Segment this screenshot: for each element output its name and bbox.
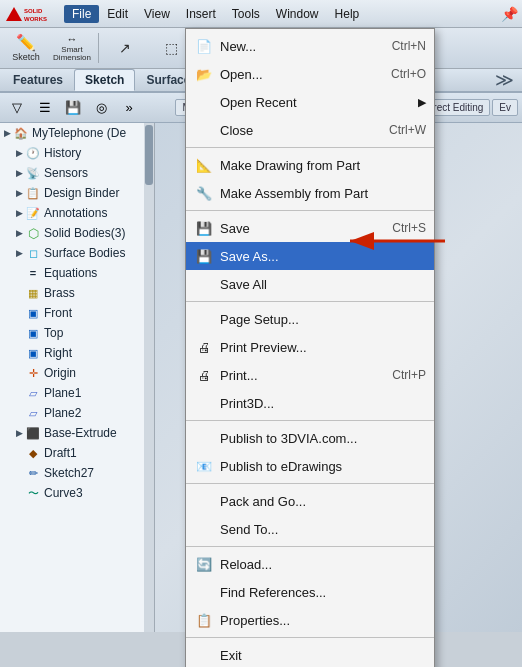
filter-btn[interactable]: ▽ <box>4 96 30 120</box>
front-label: Front <box>44 306 72 320</box>
menu-item-save[interactable]: 💾 Save Ctrl+S <box>186 214 434 242</box>
sketch-label: Sketch <box>12 52 40 62</box>
design-binder-label: Design Binder <box>44 186 119 200</box>
sidebar-item-plane1[interactable]: ▶ ▱ Plane1 <box>0 383 154 403</box>
menu-insert[interactable]: Insert <box>178 5 224 23</box>
properties-label: Properties... <box>220 613 426 628</box>
draft1-label: Draft1 <box>44 446 77 460</box>
menu-file[interactable]: File <box>64 5 99 23</box>
sidebar-item-curve3[interactable]: ▶ 〜 Curve3 <box>0 483 154 503</box>
print3d-icon <box>194 393 214 413</box>
menu-item-properties[interactable]: 📋 Properties... <box>186 606 434 634</box>
sidebar-item-surface-bodies[interactable]: ▶ ◻ Surface Bodies <box>0 243 154 263</box>
menu-item-open[interactable]: 📂 Open... Ctrl+O <box>186 60 434 88</box>
sidebar-scrollbar[interactable] <box>144 123 154 632</box>
menu-bar: SOLID WORKS File Edit View Insert Tools … <box>0 0 522 28</box>
base-extrude-label: Base-Extrude <box>44 426 117 440</box>
menu-edit[interactable]: Edit <box>99 5 136 23</box>
sidebar-item-history[interactable]: ▶ 🕐 History <box>0 143 154 163</box>
sidebar-item-draft1[interactable]: ▶ ◆ Draft1 <box>0 443 154 463</box>
menu-item-print[interactable]: 🖨 Print... Ctrl+P <box>186 361 434 389</box>
target-icon: ◎ <box>96 100 107 115</box>
save-menu-label: Save <box>220 221 384 236</box>
menu-tools[interactable]: Tools <box>224 5 268 23</box>
menu-item-page-setup[interactable]: Page Setup... <box>186 305 434 333</box>
menu-item-publish-3dvia[interactable]: Publish to 3DVIA.com... <box>186 424 434 452</box>
save-btn-small[interactable]: 💾 <box>60 96 86 120</box>
menu-item-save-as[interactable]: 💾 Save As... <box>186 242 434 270</box>
sidebar-item-equations[interactable]: ▶ = Equations <box>0 263 154 283</box>
top-icon: ▣ <box>25 325 41 341</box>
menu-item-publish-edrawings[interactable]: 📧 Publish to eDrawings <box>186 452 434 480</box>
pin-icon[interactable]: 📌 <box>501 6 518 22</box>
equations-icon: = <box>25 265 41 281</box>
tab-sketch[interactable]: Sketch <box>74 69 135 91</box>
open-recent-icon <box>194 92 214 112</box>
new-label: New... <box>220 39 384 54</box>
svg-text:WORKS: WORKS <box>24 16 47 22</box>
sep-4 <box>186 420 434 421</box>
menu-item-open-recent[interactable]: Open Recent ▶ <box>186 88 434 116</box>
file-menu-panel: 📄 New... Ctrl+N 📂 Open... Ctrl+O Open Re… <box>185 28 435 667</box>
menu-item-reload[interactable]: 🔄 Reload... <box>186 550 434 578</box>
surface-bodies-arrow: ▶ <box>16 248 23 258</box>
smart-dimension-button[interactable]: ↔ Smart Dimension <box>50 31 94 65</box>
target-btn[interactable]: ◎ <box>88 96 114 120</box>
menu-item-save-all[interactable]: Save All <box>186 270 434 298</box>
make-assembly-label: Make Assembly from Part <box>220 186 426 201</box>
sidebar-item-top[interactable]: ▶ ▣ Top <box>0 323 154 343</box>
menu-item-make-assembly[interactable]: 🔧 Make Assembly from Part <box>186 179 434 207</box>
origin-icon: ✛ <box>25 365 41 381</box>
sidebar-item-brass[interactable]: ▶ ▦ Brass <box>0 283 154 303</box>
sidebar-item-right[interactable]: ▶ ▣ Right <box>0 343 154 363</box>
list-btn[interactable]: ☰ <box>32 96 58 120</box>
annotations-icon: 📝 <box>25 205 41 221</box>
print3d-label: Print3D... <box>220 396 426 411</box>
menu-item-pack-go[interactable]: Pack and Go... <box>186 487 434 515</box>
sidebar-item-solid-bodies[interactable]: ▶ ⬡ Solid Bodies(3) <box>0 223 154 243</box>
sidebar-item-sensors[interactable]: ▶ 📡 Sensors <box>0 163 154 183</box>
tree-root[interactable]: ▶ 🏠 MyTelephone (De <box>0 123 154 143</box>
right-panel-toggle[interactable]: ≫ <box>489 69 520 91</box>
open-icon: 📂 <box>194 64 214 84</box>
menu-item-close[interactable]: Close Ctrl+W <box>186 116 434 144</box>
menu-item-print-preview[interactable]: 🖨 Print Preview... <box>186 333 434 361</box>
save-menu-shortcut: Ctrl+S <box>392 221 426 235</box>
menu-item-new[interactable]: 📄 New... Ctrl+N <box>186 32 434 60</box>
sidebar-item-sketch27[interactable]: ▶ ✏ Sketch27 <box>0 463 154 483</box>
sensors-icon: 📡 <box>25 165 41 181</box>
new-shortcut: Ctrl+N <box>392 39 426 53</box>
menu-help[interactable]: Help <box>327 5 368 23</box>
curve3-icon: 〜 <box>25 485 41 501</box>
sidebar-item-annotations[interactable]: ▶ 📝 Annotations <box>0 203 154 223</box>
curve3-label: Curve3 <box>44 486 83 500</box>
tab-features[interactable]: Features <box>2 69 74 91</box>
sep-3 <box>186 301 434 302</box>
menu-item-make-drawing[interactable]: 📐 Make Drawing from Part <box>186 151 434 179</box>
menu-item-find-references[interactable]: Find References... <box>186 578 434 606</box>
menu-window[interactable]: Window <box>268 5 327 23</box>
toolbar-btn-3[interactable]: ↗ <box>103 31 147 65</box>
front-icon: ▣ <box>25 305 41 321</box>
brass-icon: ▦ <box>25 285 41 301</box>
sidebar-item-base-extrude[interactable]: ▶ ⬛ Base-Extrude <box>0 423 154 443</box>
sidebar-item-design-binder[interactable]: ▶ 📋 Design Binder <box>0 183 154 203</box>
plane1-label: Plane1 <box>44 386 81 400</box>
sidebar-item-origin[interactable]: ▶ ✛ Origin <box>0 363 154 383</box>
ev-btn[interactable]: Ev <box>492 99 518 116</box>
equations-label: Equations <box>44 266 97 280</box>
menu-item-send-to[interactable]: Send To... <box>186 515 434 543</box>
more-btn[interactable]: » <box>116 96 142 120</box>
sidebar-item-plane2[interactable]: ▶ ▱ Plane2 <box>0 403 154 423</box>
sep-5 <box>186 483 434 484</box>
svg-marker-0 <box>6 7 22 21</box>
menu-view[interactable]: View <box>136 5 178 23</box>
sketch-button[interactable]: ✏️ Sketch <box>4 31 48 65</box>
sidebar-scrollbar-thumb[interactable] <box>145 125 153 185</box>
sep-1 <box>186 147 434 148</box>
menu-item-exit[interactable]: Exit <box>186 641 434 667</box>
menu-item-print3d[interactable]: Print3D... <box>186 389 434 417</box>
open-shortcut: Ctrl+O <box>391 67 426 81</box>
sep-2 <box>186 210 434 211</box>
sidebar-item-front[interactable]: ▶ ▣ Front <box>0 303 154 323</box>
